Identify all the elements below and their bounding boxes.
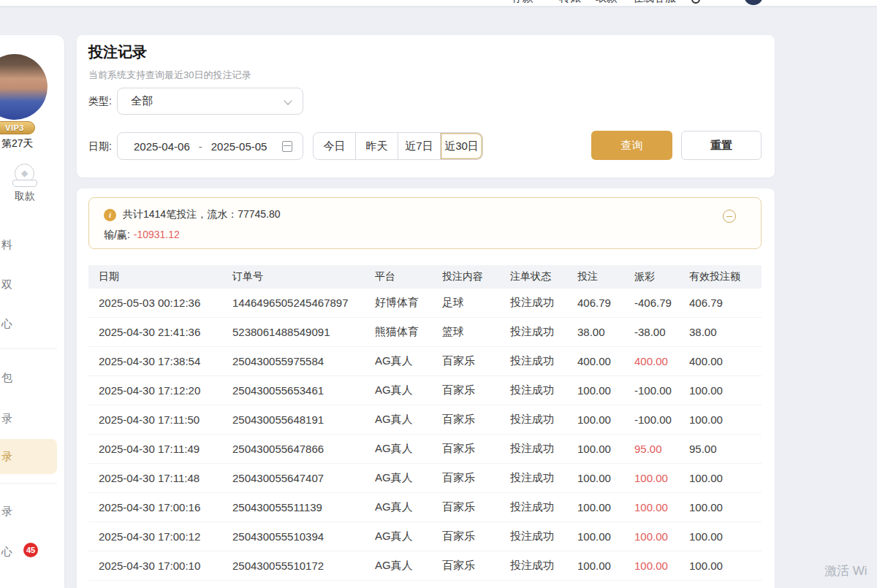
search-icon[interactable] (691, 0, 700, 4)
table-row: 2025-04-30 17:00:10250430055510172AG真人百家… (88, 551, 762, 581)
cell-valid: 400.00 (689, 355, 762, 367)
cell-bet: 100.00 (577, 501, 634, 513)
page-subtitle: 当前系统支持查询最近30日的投注记录 (88, 69, 251, 82)
top-navbar: 存款转账取款在线客服 (0, 0, 877, 6)
cell-platform: AG真人 (375, 383, 442, 397)
cell-status: 投注成功 (510, 354, 577, 368)
sidebar-item[interactable]: 心45 (1, 544, 12, 559)
table-header-cell: 日期 (99, 270, 232, 283)
cell-bet: 38.00 (577, 326, 634, 338)
table-body: 2025-05-03 00:12:361446496505245467897好博… (88, 289, 762, 581)
sidebar-item[interactable]: 心 (1, 316, 12, 331)
cell-content: 百家乐 (442, 530, 510, 543)
top-nav-item[interactable]: 取款 (596, 0, 618, 5)
cell-date: 2025-04-30 21:41:36 (99, 326, 232, 338)
table-header-cell: 投注 (577, 270, 634, 283)
filter-card: 投注记录 当前系统支持查询最近30日的投注记录 类型: 全部 日期: 2025-… (77, 35, 775, 177)
sidebar-item[interactable]: 录 (1, 504, 12, 519)
cell-valid: 38.00 (689, 326, 762, 338)
collapse-icon[interactable] (723, 210, 736, 223)
cell-date: 2025-04-30 17:00:16 (99, 501, 232, 513)
quick-date-group: 今日昨天近7日近30日 (313, 132, 483, 160)
cell-content: 百家乐 (442, 413, 510, 427)
summary-panel: i 共计1414笔投注，流水：77745.80 输/赢:-10931.12 (88, 197, 762, 249)
cell-payout: -100.00 (634, 384, 689, 397)
quick-date-button[interactable]: 近30日 (441, 133, 482, 159)
cell-content: 百家乐 (442, 442, 510, 456)
sidebar-divider (0, 483, 57, 484)
cell-payout: 100.00 (634, 560, 689, 572)
cell-payout: -406.79 (634, 297, 689, 309)
cell-status: 投注成功 (510, 530, 577, 543)
cell-status: 投注成功 (510, 471, 577, 485)
top-nav-item[interactable]: 转账 (559, 0, 581, 5)
cell-date: 2025-04-30 17:11:48 (99, 472, 232, 484)
cell-content: 百家乐 (442, 471, 510, 485)
cell-bet: 100.00 (577, 443, 634, 455)
cell-payout: -100.00 (634, 413, 689, 426)
table-header-cell: 注单状态 (510, 270, 577, 283)
type-select[interactable]: 全部 (117, 88, 303, 115)
date-start-value: 2025-04-06 (134, 140, 190, 153)
withdraw-label[interactable]: 取款 (9, 190, 41, 203)
vip-day-text: 第27天 (1, 137, 34, 150)
sidebar-item-active[interactable]: 录 (0, 439, 57, 474)
cell-payout: 100.00 (634, 472, 689, 484)
cell-platform: 熊猫体育 (375, 325, 442, 339)
cell-platform: 好博体育 (375, 296, 442, 310)
cell-valid: 100.00 (689, 413, 762, 426)
date-end-value: 2025-05-05 (211, 140, 267, 153)
table-row: 2025-04-30 21:41:365238061488549091熊猫体育篮… (88, 318, 762, 347)
cell-order: 250430055653461 (232, 384, 375, 397)
cell-content: 百家乐 (442, 500, 510, 514)
top-nav-item[interactable]: 在线客服 (632, 0, 676, 5)
cell-order: 5238061488549091 (232, 326, 375, 338)
cell-valid: 100.00 (689, 560, 762, 572)
cell-payout: 100.00 (634, 530, 689, 543)
table-row: 2025-04-30 17:11:49250430055647866AG真人百家… (88, 435, 762, 464)
cell-order: 250430055510172 (232, 560, 375, 572)
quick-date-button[interactable]: 昨天 (356, 133, 398, 159)
sidebar-item[interactable]: 料 (1, 237, 12, 252)
table-header: 日期订单号平台投注内容注单状态投注派彩有效投注额 (88, 265, 762, 289)
withdraw-icon[interactable]: ◆ (12, 164, 37, 187)
cell-bet: 406.79 (577, 297, 634, 309)
quick-date-button[interactable]: 近7日 (398, 133, 441, 159)
cell-valid: 100.00 (689, 501, 762, 513)
sidebar: VIP3 第27天 ◆ 取款 料双心包录录录心45 (0, 35, 64, 588)
notification-badge: 45 (23, 543, 38, 557)
cell-status: 投注成功 (510, 413, 577, 427)
summary-line1: i 共计1414笔投注，流水：77745.80 (104, 208, 281, 221)
user-avatar[interactable] (0, 54, 48, 120)
date-range-input[interactable]: 2025-04-06 - 2025-05-05 (117, 132, 303, 160)
table-row: 2025-04-30 17:12:20250430055653461AG真人百家… (88, 376, 762, 405)
sidebar-item[interactable]: 包 (1, 370, 12, 385)
cell-content: 百家乐 (442, 559, 510, 573)
sidebar-item[interactable]: 录 (1, 411, 12, 426)
top-nav-item[interactable]: 存款 (512, 0, 534, 5)
cell-status: 投注成功 (510, 325, 577, 339)
cell-content: 百家乐 (442, 383, 510, 397)
cell-date: 2025-04-30 17:00:10 (99, 560, 232, 572)
page-root: 存款转账取款在线客服 VIP3 第27天 ◆ 取款 料双心包录录录心45 投注记… (0, 0, 877, 588)
cell-bet: 100.00 (577, 413, 634, 426)
cell-valid: 100.00 (689, 472, 762, 484)
cell-status: 投注成功 (510, 296, 577, 310)
cell-status: 投注成功 (510, 559, 577, 573)
cell-date: 2025-04-30 17:00:12 (99, 530, 232, 543)
winloss-label: 输/赢: (104, 229, 130, 240)
date-separator: - (199, 140, 202, 153)
query-button[interactable]: 查询 (591, 131, 672, 160)
date-label: 日期: (88, 140, 112, 153)
topbar-avatar[interactable] (744, 0, 763, 5)
sidebar-item-label: 录 (1, 449, 12, 464)
cell-content: 百家乐 (442, 354, 510, 368)
cell-bet: 400.00 (577, 355, 634, 367)
table-row: 2025-04-30 17:38:54250430055975584AG真人百家… (88, 347, 762, 376)
chevron-down-icon (284, 96, 292, 104)
quick-date-button[interactable]: 今日 (314, 133, 356, 159)
reset-button[interactable]: 重置 (681, 131, 762, 160)
cell-valid: 406.79 (689, 297, 762, 309)
summary-line2: 输/赢:-10931.12 (104, 229, 180, 242)
sidebar-item[interactable]: 双 (1, 278, 12, 292)
